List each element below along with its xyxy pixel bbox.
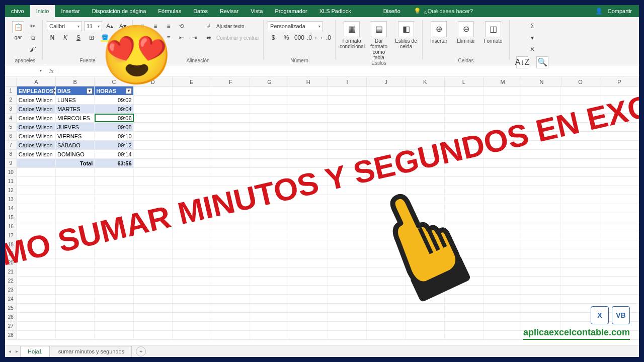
cell[interactable] [134, 240, 173, 249]
currency-button[interactable]: $ [268, 33, 279, 43]
clear-button[interactable]: ✕ [527, 44, 538, 54]
cell[interactable] [484, 258, 522, 267]
font-name-dropdown[interactable]: Calibri▾ [47, 21, 82, 31]
cell[interactable] [289, 105, 328, 113]
cell[interactable] [445, 114, 484, 122]
cell[interactable] [367, 331, 406, 339]
format-painter-button[interactable]: 🖌 [27, 44, 38, 54]
inc-decimal-button[interactable]: .0→ [307, 33, 318, 43]
cell[interactable] [56, 277, 95, 285]
cell[interactable] [173, 295, 211, 303]
cell[interactable] [134, 114, 173, 122]
cell[interactable] [445, 313, 484, 321]
cell[interactable]: Carlos Wilson [17, 123, 56, 131]
row-header[interactable]: 25 [5, 304, 17, 312]
cell[interactable] [367, 322, 406, 330]
cell[interactable] [561, 204, 600, 213]
indent-inc-button[interactable]: ⇥ [189, 33, 200, 43]
cell[interactable] [484, 186, 522, 195]
cell[interactable] [134, 150, 173, 158]
cell[interactable] [445, 105, 484, 113]
cell[interactable] [406, 86, 444, 95]
cell[interactable] [250, 231, 289, 240]
underline-button[interactable]: S [73, 33, 84, 43]
col-header[interactable]: H [289, 77, 328, 86]
cell[interactable] [173, 277, 211, 285]
cell[interactable] [484, 195, 522, 204]
cell[interactable] [211, 168, 250, 176]
cell[interactable] [56, 267, 95, 276]
cell[interactable] [134, 141, 173, 149]
cell[interactable] [95, 304, 133, 312]
cell[interactable] [600, 141, 639, 149]
comma-button[interactable]: 000 [294, 33, 305, 43]
cell[interactable] [211, 295, 250, 303]
row-header[interactable]: 6 [5, 132, 17, 140]
cell[interactable] [289, 295, 328, 303]
row-header[interactable]: 12 [5, 186, 17, 195]
cell[interactable]: 63:56 [95, 159, 133, 167]
cell[interactable] [600, 295, 639, 303]
cell[interactable] [522, 186, 561, 195]
cell[interactable] [561, 177, 600, 186]
cell[interactable]: Carlos Wilson [17, 96, 56, 104]
cell[interactable] [289, 141, 328, 149]
cell[interactable] [211, 267, 250, 276]
paste-button[interactable]: 📋 [12, 21, 24, 33]
row-header[interactable]: 16 [5, 222, 17, 231]
orientation-button[interactable]: ⟲ [176, 21, 187, 31]
cell[interactable] [289, 123, 328, 131]
name-box[interactable]: ▾ [5, 65, 45, 76]
cell[interactable] [95, 313, 133, 321]
dec-decimal-button[interactable]: ←.0 [320, 33, 331, 43]
cell[interactable] [289, 231, 328, 240]
cell[interactable] [561, 168, 600, 176]
cell[interactable] [134, 258, 173, 267]
cell[interactable] [173, 114, 211, 122]
cell[interactable] [484, 96, 522, 104]
border-button[interactable]: ⊞ [86, 33, 97, 43]
cell[interactable] [522, 213, 561, 222]
cell[interactable] [250, 286, 289, 294]
cell[interactable] [17, 168, 56, 176]
cell[interactable] [211, 159, 250, 167]
cell[interactable] [328, 286, 367, 294]
cell[interactable] [484, 267, 522, 276]
indent-dec-button[interactable]: ⇤ [176, 33, 187, 43]
cell[interactable]: VIERNES [56, 132, 95, 140]
cell[interactable] [173, 331, 211, 339]
add-sheet-button[interactable]: + [136, 346, 146, 356]
cell[interactable] [134, 267, 173, 276]
cell[interactable] [484, 304, 522, 312]
cell[interactable]: Carlos Wilson [17, 132, 56, 140]
cell[interactable]: 09:10 [95, 132, 133, 140]
tab-developer[interactable]: Programador [269, 5, 313, 17]
cell[interactable] [211, 132, 250, 140]
cell[interactable] [211, 96, 250, 104]
cell[interactable] [173, 231, 211, 240]
cell[interactable] [173, 168, 211, 176]
cell[interactable] [17, 195, 56, 204]
tell-me-search[interactable]: 💡 ¿Qué desea hacer? [407, 5, 480, 17]
cell[interactable] [211, 141, 250, 149]
cell[interactable] [522, 258, 561, 267]
cell[interactable] [173, 249, 211, 258]
cell[interactable] [17, 331, 56, 339]
cell[interactable] [56, 304, 95, 312]
cell[interactable] [561, 286, 600, 294]
cell[interactable] [600, 177, 639, 186]
cell[interactable] [484, 286, 522, 294]
cell[interactable] [17, 267, 56, 276]
cell[interactable] [289, 258, 328, 267]
cell[interactable] [484, 231, 522, 240]
cell[interactable] [406, 114, 444, 122]
cell[interactable] [56, 168, 95, 176]
cell[interactable] [211, 313, 250, 321]
cell[interactable] [134, 177, 173, 186]
row-header[interactable]: 23 [5, 286, 17, 294]
cell[interactable] [56, 286, 95, 294]
cell[interactable]: Carlos Wilson [17, 105, 56, 113]
cell[interactable] [95, 258, 133, 267]
cell[interactable] [134, 168, 173, 176]
sheet-tab[interactable]: sumar minutos y segundos [51, 346, 132, 357]
